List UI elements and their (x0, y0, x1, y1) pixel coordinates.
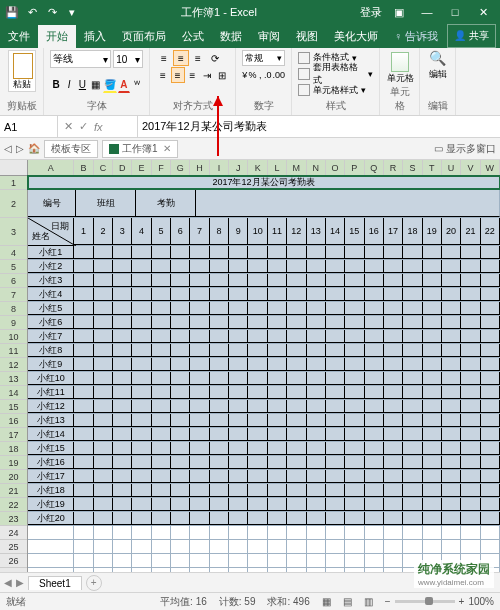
fill-color-button[interactable]: 🪣 (103, 77, 117, 93)
align-bottom-icon[interactable]: ≡ (190, 50, 206, 66)
merge-icon[interactable]: ⊞ (215, 67, 229, 83)
cell-style-button[interactable]: 单元格样式 ▾ (298, 83, 373, 98)
row-header-8[interactable]: 8 (0, 302, 27, 316)
col-header-A[interactable]: A (28, 160, 74, 175)
row-header-24[interactable]: 24 (0, 526, 27, 540)
row-header-1[interactable]: 1 (0, 176, 27, 190)
tab-review[interactable]: 审阅 (250, 25, 288, 48)
col-header-V[interactable]: V (461, 160, 480, 175)
phonetic-button[interactable]: ᵂ (131, 77, 143, 93)
zoom-slider[interactable] (395, 600, 455, 603)
name-cell[interactable]: 小红4 (28, 288, 74, 301)
font-color-button[interactable]: A (118, 77, 130, 93)
name-cell[interactable]: 小红16 (28, 456, 74, 469)
col-header-S[interactable]: S (403, 160, 422, 175)
col-header-E[interactable]: E (132, 160, 151, 175)
close-icon[interactable]: ✕ (470, 6, 496, 19)
comma-icon[interactable]: , (257, 68, 262, 82)
view-normal-icon[interactable]: ▦ (322, 596, 331, 607)
zoom-level[interactable]: 100% (468, 596, 494, 607)
tab-insert[interactable]: 插入 (76, 25, 114, 48)
row-header-6[interactable]: 6 (0, 274, 27, 288)
name-cell[interactable]: 小红8 (28, 344, 74, 357)
inc-dec-icon[interactable]: .0 (264, 68, 272, 82)
select-all-corner[interactable] (0, 160, 28, 176)
nav-fwd-icon[interactable]: ▷ (16, 143, 24, 154)
col-header-K[interactable]: K (248, 160, 267, 175)
accept-formula-icon[interactable]: ✓ (79, 120, 88, 133)
name-cell[interactable]: 小红3 (28, 274, 74, 287)
row-header-21[interactable]: 21 (0, 484, 27, 498)
formula-input[interactable]: 2017年12月某公司考勤表 (138, 119, 500, 134)
tab-layout[interactable]: 页面布局 (114, 25, 174, 48)
row-header-13[interactable]: 13 (0, 372, 27, 386)
col-header-I[interactable]: I (210, 160, 229, 175)
sheet-nav-prev-icon[interactable]: ◀ (4, 577, 12, 588)
name-cell[interactable]: 小红9 (28, 358, 74, 371)
cancel-formula-icon[interactable]: ✕ (64, 120, 73, 133)
zoom-in-icon[interactable]: + (459, 596, 465, 607)
tab-beautify[interactable]: 美化大师 (326, 25, 386, 48)
indent-icon[interactable]: ⇥ (200, 67, 214, 83)
col-header-O[interactable]: O (326, 160, 345, 175)
underline-button[interactable]: U (76, 77, 88, 93)
align-right-icon[interactable]: ≡ (186, 67, 200, 83)
name-cell[interactable]: 小红2 (28, 260, 74, 273)
row-header-2[interactable]: 2 (0, 190, 27, 218)
col-header-G[interactable]: G (171, 160, 190, 175)
row-header-17[interactable]: 17 (0, 428, 27, 442)
sheet-nav-next-icon[interactable]: ▶ (16, 577, 24, 588)
row-header-16[interactable]: 16 (0, 414, 27, 428)
number-format-select[interactable]: 常规▾ (242, 50, 285, 66)
col-header-W[interactable]: W (481, 160, 500, 175)
align-top-icon[interactable]: ≡ (156, 50, 172, 66)
name-cell[interactable]: 小红12 (28, 400, 74, 413)
name-cell[interactable]: 小红18 (28, 484, 74, 497)
row-header-22[interactable]: 22 (0, 498, 27, 512)
column-headers[interactable]: ABCDEFGHIJKLMNOPQRSTUVW (28, 160, 500, 176)
name-cell[interactable]: 小红5 (28, 302, 74, 315)
save-icon[interactable]: 💾 (4, 4, 20, 20)
row-header-18[interactable]: 18 (0, 442, 27, 456)
row-header-12[interactable]: 12 (0, 358, 27, 372)
align-center-icon[interactable]: ≡ (171, 67, 185, 83)
close-tab-icon[interactable]: ✕ (163, 143, 171, 154)
title-cell[interactable]: 2017年12月某公司考勤表 (28, 176, 500, 189)
home-icon[interactable]: 🏠 (28, 143, 40, 154)
col-header-N[interactable]: N (307, 160, 326, 175)
row-header-25[interactable]: 25 (0, 540, 27, 554)
row-header-23[interactable]: 23 (0, 512, 27, 526)
workbook-tab[interactable]: 工作簿1✕ (102, 140, 178, 158)
undo-icon[interactable]: ↶ (24, 4, 40, 20)
col-header-T[interactable]: T (423, 160, 442, 175)
border-button[interactable]: ▦ (90, 77, 102, 93)
col-header-B[interactable]: B (74, 160, 93, 175)
dec-dec-icon[interactable]: .00 (272, 68, 285, 82)
fx-icon[interactable]: fx (94, 121, 103, 133)
row-header-7[interactable]: 7 (0, 288, 27, 302)
name-cell[interactable]: 小红11 (28, 386, 74, 399)
name-cell[interactable]: 小红6 (28, 316, 74, 329)
name-cell[interactable]: 小红14 (28, 428, 74, 441)
table-format-button[interactable]: 套用表格格式 ▾ (298, 66, 373, 81)
row-header-20[interactable]: 20 (0, 470, 27, 484)
name-cell[interactable]: 小红7 (28, 330, 74, 343)
tab-formula[interactable]: 公式 (174, 25, 212, 48)
template-tab[interactable]: 模板专区 (44, 140, 98, 158)
name-cell[interactable]: 小红19 (28, 498, 74, 511)
diagonal-header[interactable]: 日期姓名 (28, 218, 74, 246)
tab-data[interactable]: 数据 (212, 25, 250, 48)
qat-more-icon[interactable]: ▾ (64, 4, 80, 20)
tab-view[interactable]: 视图 (288, 25, 326, 48)
percent-icon[interactable]: % (248, 68, 256, 82)
align-middle-icon[interactable]: ≡ (173, 50, 189, 66)
col-header-U[interactable]: U (442, 160, 461, 175)
view-layout-icon[interactable]: ▤ (343, 596, 352, 607)
tab-file[interactable]: 文件 (0, 25, 38, 48)
name-cell[interactable]: 小红1 (28, 246, 74, 259)
row-header-5[interactable]: 5 (0, 260, 27, 274)
currency-icon[interactable]: ¥ (242, 68, 247, 82)
row-header-15[interactable]: 15 (0, 400, 27, 414)
col-header-H[interactable]: H (190, 160, 209, 175)
multi-window[interactable]: ▭ 显示多窗口 (434, 142, 496, 156)
